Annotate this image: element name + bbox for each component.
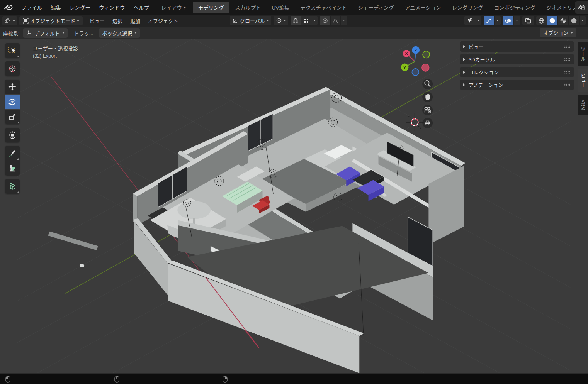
menu-add[interactable]: 追加 xyxy=(126,17,144,24)
blender-logo-icon[interactable] xyxy=(0,4,17,11)
select-box-icon xyxy=(8,46,17,55)
move-tool-icon xyxy=(8,83,17,91)
tool-add-cube[interactable] xyxy=(5,179,20,194)
workspace-tab-layout[interactable]: レイアウト xyxy=(156,2,193,13)
proportional-edit-toggle[interactable] xyxy=(320,16,330,25)
add-cube-icon xyxy=(8,182,17,191)
tool-cursor[interactable] xyxy=(5,61,20,76)
solid-shading-icon xyxy=(549,17,556,24)
menu-edit[interactable]: 編集 xyxy=(46,0,65,15)
workspace-tab-shading[interactable]: シェーディング xyxy=(352,2,399,13)
tab-vrm[interactable]: VRM xyxy=(578,95,588,115)
chevron-down-icon xyxy=(134,32,137,34)
tab-tool[interactable]: ツール xyxy=(578,42,588,66)
options-dropdown[interactable]: オプション xyxy=(540,28,576,37)
tool-scale[interactable] xyxy=(5,110,20,124)
menu-file[interactable]: ファイル xyxy=(17,0,46,15)
expand-arrow-icon xyxy=(463,83,465,86)
select-mode-selector[interactable]: ボックス選択 xyxy=(99,28,140,38)
tool-move[interactable] xyxy=(5,80,20,94)
overlays-icon xyxy=(505,18,512,24)
tool-transform[interactable] xyxy=(5,128,20,142)
pan-button[interactable] xyxy=(422,92,433,102)
expand-arrow-icon xyxy=(463,45,465,48)
panel-3d-cursor[interactable]: 3Dカーソル xyxy=(460,54,574,64)
drag-grip-icon[interactable] xyxy=(564,71,571,74)
panel-view[interactable]: ビュー xyxy=(460,41,574,52)
rendered-shading-icon xyxy=(571,17,577,24)
shading-dropdown[interactable] xyxy=(580,16,586,25)
xray-toggle[interactable] xyxy=(522,16,534,25)
tool-rotate[interactable] xyxy=(5,95,20,109)
display-cluster xyxy=(464,16,586,25)
gizmo-axis-z-neg[interactable] xyxy=(412,69,419,76)
ortho-grid-button[interactable] xyxy=(422,118,433,128)
gizmo-arrow-icon xyxy=(486,18,492,24)
overlays-dropdown[interactable] xyxy=(514,16,520,25)
viewport-nav-buttons xyxy=(422,79,433,128)
panel-annotations[interactable]: アノテーション xyxy=(460,80,574,90)
coord-system-selector[interactable]: デフォルト xyxy=(23,28,68,38)
drag-grip-icon[interactable] xyxy=(564,83,571,86)
workspace-tab-modeling[interactable]: モデリング xyxy=(193,2,230,13)
falloff-curve-button[interactable] xyxy=(331,16,340,25)
gizmos-toggle[interactable] xyxy=(484,16,494,25)
apartment-model[interactable] xyxy=(48,87,465,373)
magnet-icon xyxy=(293,18,298,24)
editor-type-button[interactable] xyxy=(2,16,17,25)
drag-grip-icon[interactable] xyxy=(564,45,571,48)
shading-rendered-button[interactable] xyxy=(569,16,579,25)
workspace-tab-compositing[interactable]: コンポジティング xyxy=(489,2,541,13)
orientation-selector[interactable]: グローバル xyxy=(230,16,271,25)
xray-icon xyxy=(525,18,531,24)
workspace-tab-uv[interactable]: UV編集 xyxy=(267,2,295,13)
workspace-tab-sculpting[interactable]: スカルプト xyxy=(229,2,267,13)
measure-tool-icon xyxy=(8,164,17,173)
tool-select-box[interactable] xyxy=(5,43,20,58)
workspace-tab-rendering[interactable]: レンダリング xyxy=(447,2,489,13)
menu-help[interactable]: ヘルプ xyxy=(129,0,154,15)
menu-window[interactable]: ウィンドウ xyxy=(95,0,129,15)
show-gizmo-toggle[interactable] xyxy=(464,16,475,25)
menu-view[interactable]: ビュー xyxy=(86,17,109,24)
options-label: オプション xyxy=(543,29,568,36)
snap-increment-icon xyxy=(304,18,309,23)
mode-selector[interactable]: オブジェクトモード xyxy=(19,16,83,25)
pivot-point-selector[interactable] xyxy=(274,16,288,25)
workspace-tab-texturepaint[interactable]: テクスチャペイント xyxy=(295,2,352,13)
scene-browse-button[interactable] xyxy=(575,1,588,14)
gizmo-axis-x-neg[interactable] xyxy=(422,64,429,71)
gizmo-dropdown[interactable] xyxy=(475,16,481,25)
coord-system-value: デフォルト xyxy=(35,29,60,37)
tool-annotate[interactable] xyxy=(5,146,20,161)
camera-view-button[interactable] xyxy=(422,105,433,115)
workspace-tab-geometrynodes[interactable]: ジオメトリノード xyxy=(541,2,575,13)
falloff-dropdown[interactable] xyxy=(341,16,347,25)
snap-toggle[interactable] xyxy=(291,16,301,25)
workspace-tab-animation[interactable]: アニメーション xyxy=(399,2,447,13)
snap-target-button[interactable] xyxy=(301,16,311,25)
menu-render[interactable]: レンダー xyxy=(65,0,95,15)
snap-dropdown[interactable] xyxy=(311,16,318,25)
overlays-toggle[interactable] xyxy=(503,16,513,25)
drag-grip-icon[interactable] xyxy=(564,58,571,61)
material-preview-icon xyxy=(560,17,566,24)
panel-collections[interactable]: コレクション xyxy=(460,67,574,77)
viewport-3d[interactable]: Z X Y xyxy=(0,39,588,373)
tab-view[interactable]: ビュー xyxy=(578,69,588,93)
navigation-gizmo[interactable]: Z X Y xyxy=(401,46,430,76)
select-mode-value: ボックス選択 xyxy=(102,29,132,37)
zoom-button[interactable] xyxy=(422,79,433,89)
expand-arrow-icon xyxy=(463,58,465,61)
shading-material-button[interactable] xyxy=(558,16,568,25)
gizmos-dropdown[interactable] xyxy=(495,16,501,25)
coord-axes-icon xyxy=(26,30,32,36)
shading-wireframe-button[interactable] xyxy=(536,16,547,25)
tool-measure[interactable] xyxy=(5,161,20,176)
gizmo-axis-y-neg[interactable] xyxy=(423,51,430,58)
shading-solid-button[interactable] xyxy=(547,16,557,25)
menu-select[interactable]: 選択 xyxy=(109,17,126,24)
smooth-falloff-icon xyxy=(332,18,338,23)
menu-object[interactable]: オブジェクト xyxy=(144,17,182,24)
panel-annotations-label: アノテーション xyxy=(469,81,503,88)
